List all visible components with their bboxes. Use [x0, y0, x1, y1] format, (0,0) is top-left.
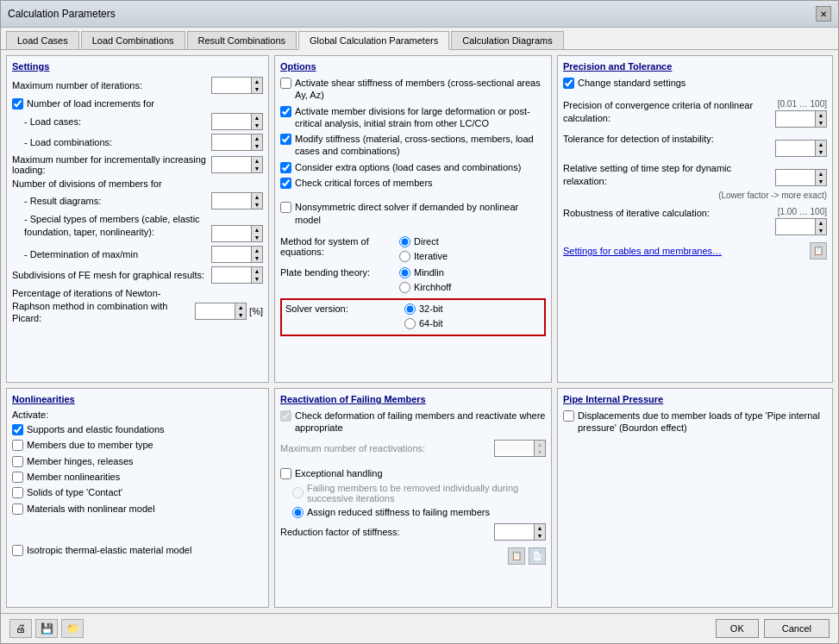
nl-cb2[interactable] — [12, 440, 23, 451]
result-diagrams-down[interactable]: ▼ — [252, 201, 262, 209]
max-incrementally-up[interactable]: ▲ — [252, 157, 262, 165]
subdivisions-down[interactable]: ▼ — [252, 275, 262, 283]
method-iterative-radio[interactable] — [399, 251, 410, 262]
change-settings-cb[interactable] — [563, 78, 574, 89]
reduction-value[interactable]: 1000 — [495, 526, 534, 538]
solver-64-radio[interactable] — [404, 318, 416, 329]
load-combinations-value[interactable]: 10 — [212, 136, 251, 148]
assign-stiffness-radio[interactable] — [292, 507, 304, 518]
plate-kirchhoff-radio[interactable] — [399, 282, 410, 293]
tolerance-down[interactable]: ▼ — [816, 148, 826, 156]
tab-calculation-diagrams[interactable]: Calculation Diagrams — [451, 31, 564, 49]
nl-cb5-row: Solids of type 'Contact' — [12, 486, 263, 498]
nl-cb3[interactable] — [12, 456, 23, 467]
reduction-down[interactable]: ▼ — [535, 532, 545, 540]
pipe-cb1[interactable] — [563, 410, 574, 422]
bottom-icon2[interactable]: 💾 — [35, 619, 58, 638]
max-iterations-value[interactable]: 1000 — [212, 79, 251, 91]
relative-input[interactable]: 1.00 ▲ ▼ — [775, 169, 827, 186]
bottom-icon3[interactable]: 📁 — [61, 619, 84, 638]
robustness-value[interactable]: 10.00 — [776, 221, 815, 233]
special-types-input[interactable]: 10 ▲ ▼ — [211, 225, 263, 242]
robustness-input[interactable]: 10.00 ▲ ▼ — [775, 218, 827, 235]
cb3-checkbox[interactable] — [280, 134, 291, 145]
ok-button[interactable]: OK — [716, 619, 759, 638]
method-direct-radio[interactable] — [399, 236, 410, 247]
subdivisions-up[interactable]: ▲ — [252, 267, 262, 275]
cb4-checkbox[interactable] — [280, 162, 291, 173]
cb2-checkbox[interactable] — [280, 106, 291, 117]
load-cases-value[interactable]: 10 — [212, 116, 251, 128]
exceptional-cb[interactable] — [280, 468, 291, 479]
cables-link[interactable]: Settings for cables and membranes… — [563, 246, 722, 256]
percentage-up[interactable]: ▲ — [235, 303, 246, 311]
relative-down[interactable]: ▼ — [816, 178, 826, 185]
window-title: Calculation Parameters — [8, 8, 116, 20]
nl-cb7[interactable] — [12, 545, 23, 556]
nl-cb6-row: Materials with nonlinear model — [12, 503, 263, 515]
cb1-checkbox[interactable] — [280, 78, 291, 89]
convergence-row: Precision of convergence criteria of non… — [563, 99, 827, 128]
react-cb1-label: Check deformation of failing members and… — [295, 410, 546, 435]
robustness-up[interactable]: ▲ — [816, 219, 826, 227]
nl-cb4[interactable] — [12, 472, 23, 483]
cb6-checkbox[interactable] — [280, 202, 291, 213]
relative-value[interactable]: 1.00 — [776, 172, 815, 184]
max-incrementally-value[interactable]: 1000 — [212, 159, 251, 171]
load-combinations-input[interactable]: 10 ▲ ▼ — [211, 134, 263, 151]
num-load-increments-cb[interactable] — [12, 98, 23, 109]
subdivisions-value[interactable]: 0 — [212, 269, 251, 281]
robustness-down[interactable]: ▼ — [816, 227, 826, 234]
reactivation-export-icon2[interactable]: 📄 — [529, 547, 546, 565]
percentage-value[interactable]: 25 — [196, 305, 235, 317]
reactivation-export-icon1[interactable]: 📋 — [508, 547, 525, 565]
special-types-value[interactable]: 10 — [212, 228, 251, 240]
determination-value[interactable]: 10 — [212, 248, 251, 260]
determination-down[interactable]: ▼ — [252, 254, 262, 262]
load-cases-up[interactable]: ▲ — [252, 114, 262, 122]
convergence-up[interactable]: ▲ — [816, 111, 826, 119]
determination-input[interactable]: 10 ▲ ▼ — [211, 246, 263, 263]
determination-up[interactable]: ▲ — [252, 247, 262, 254]
reduction-up[interactable]: ▲ — [535, 524, 545, 532]
bottom-icon1[interactable]: 🖨 — [9, 619, 32, 638]
max-iterations-down[interactable]: ▼ — [252, 85, 262, 93]
nl-cb5[interactable] — [12, 487, 23, 498]
tab-global-calculation[interactable]: Global Calculation Parameters — [298, 31, 449, 50]
max-incrementally-down[interactable]: ▼ — [252, 165, 262, 172]
tab-result-combinations[interactable]: Result Combinations — [187, 31, 297, 49]
tolerance-up[interactable]: ▲ — [816, 141, 826, 148]
cancel-button[interactable]: Cancel — [764, 619, 830, 638]
convergence-value[interactable]: 10.00 — [776, 113, 815, 125]
relative-up[interactable]: ▲ — [816, 170, 826, 178]
close-button[interactable]: ✕ — [816, 6, 831, 22]
tab-load-combinations[interactable]: Load Combinations — [81, 31, 185, 49]
plate-mindlin-radio[interactable] — [399, 267, 410, 278]
max-iterations-input[interactable]: 1000 ▲ ▼ — [211, 77, 263, 94]
subdivisions-input[interactable]: 0 ▲ ▼ — [211, 266, 263, 284]
convergence-down[interactable]: ▼ — [816, 119, 826, 127]
export-icon[interactable]: 📋 — [810, 242, 827, 259]
result-diagrams-input[interactable]: 10 ▲ ▼ — [211, 192, 263, 209]
max-iterations-up[interactable]: ▲ — [252, 78, 262, 85]
nl-cb6[interactable] — [12, 503, 23, 515]
reduction-input[interactable]: 1000 ▲ ▼ — [494, 523, 546, 541]
convergence-input[interactable]: 10.00 ▲ ▼ — [775, 110, 827, 128]
special-types-down[interactable]: ▼ — [252, 234, 262, 241]
percentage-down[interactable]: ▼ — [235, 311, 246, 319]
result-diagrams-up[interactable]: ▲ — [252, 193, 262, 201]
load-combinations-down[interactable]: ▼ — [252, 142, 262, 150]
percentage-input[interactable]: 25 ▲ ▼ — [195, 303, 247, 320]
load-cases-input[interactable]: 10 ▲ ▼ — [211, 113, 263, 130]
result-diagrams-value[interactable]: 10 — [212, 195, 251, 207]
load-combinations-up[interactable]: ▲ — [252, 134, 262, 142]
tolerance-value[interactable]: 1.00 — [776, 142, 815, 154]
load-cases-down[interactable]: ▼ — [252, 122, 262, 129]
nl-cb1[interactable] — [12, 424, 23, 435]
special-types-up[interactable]: ▲ — [252, 226, 262, 234]
tolerance-input[interactable]: 1.00 ▲ ▼ — [775, 140, 827, 157]
solver-32-radio[interactable] — [404, 303, 416, 315]
cb5-checkbox[interactable] — [280, 178, 291, 189]
max-incrementally-input[interactable]: 1000 ▲ ▼ — [211, 156, 263, 173]
tab-load-cases[interactable]: Load Cases — [6, 31, 79, 49]
